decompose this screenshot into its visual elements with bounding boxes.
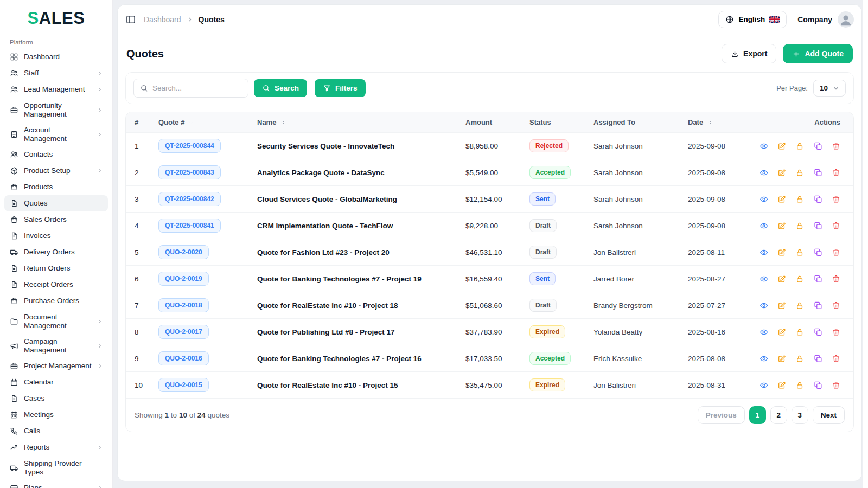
sidebar-toggle-icon[interactable] [125, 14, 136, 25]
quote-number-badge[interactable]: QUO-2-0020 [158, 245, 209, 259]
sidebar-item-product-setup[interactable]: Product Setup [4, 163, 108, 179]
edit-action-icon[interactable] [777, 248, 786, 257]
lock-action-icon[interactable] [795, 354, 804, 363]
scrollbar-track[interactable] [863, 0, 868, 488]
view-action-icon[interactable] [760, 221, 768, 230]
delete-action-icon[interactable] [832, 328, 840, 337]
export-button[interactable]: Export [722, 44, 776, 63]
copy-action-icon[interactable] [814, 195, 822, 204]
quote-number-badge[interactable]: QT-2025-000841 [158, 219, 221, 233]
previous-page-button[interactable]: Previous [698, 406, 745, 424]
sidebar-item-receipt-orders[interactable]: Receipt Orders [4, 277, 108, 293]
copy-action-icon[interactable] [814, 381, 822, 390]
app-logo[interactable]: SALES [0, 0, 112, 31]
sidebar-item-dashboard[interactable]: Dashboard [4, 49, 108, 65]
copy-action-icon[interactable] [814, 168, 822, 177]
view-action-icon[interactable] [760, 195, 768, 204]
view-action-icon[interactable] [760, 354, 768, 363]
language-button[interactable]: English [718, 11, 787, 28]
quote-number-badge[interactable]: QUO-2-0016 [158, 351, 209, 365]
delete-action-icon[interactable] [832, 195, 840, 204]
quote-number-badge[interactable]: QT-2025-000843 [158, 165, 221, 179]
copy-action-icon[interactable] [814, 354, 822, 363]
search-button[interactable]: Search [254, 79, 307, 97]
sidebar-item-campaign-management[interactable]: Campaign Management [4, 333, 108, 358]
avatar[interactable] [838, 11, 854, 28]
sidebar-item-account-management[interactable]: Account Management [4, 122, 108, 146]
filters-button[interactable]: Filters [315, 79, 366, 97]
breadcrumb-root[interactable]: Dashboard [144, 15, 181, 24]
lock-action-icon[interactable] [795, 301, 804, 310]
copy-action-icon[interactable] [814, 301, 822, 310]
delete-action-icon[interactable] [832, 168, 840, 177]
column-header-quote-[interactable]: Quote # [151, 112, 250, 132]
delete-action-icon[interactable] [832, 142, 840, 151]
quote-number-badge[interactable]: QUO-2-0019 [158, 272, 209, 286]
view-action-icon[interactable] [760, 301, 768, 310]
lock-action-icon[interactable] [795, 221, 804, 230]
copy-action-icon[interactable] [814, 248, 822, 257]
sidebar-item-sales-orders[interactable]: Sales Orders [4, 211, 108, 228]
sidebar-item-calls[interactable]: Calls [4, 423, 108, 439]
column-header-date[interactable]: Date [680, 112, 752, 132]
sidebar-item-purchase-orders[interactable]: Purchase Orders [4, 293, 108, 309]
sidebar-item-delivery-orders[interactable]: Delivery Orders [4, 244, 108, 260]
view-action-icon[interactable] [760, 168, 768, 177]
quote-number-badge[interactable]: QT-2025-000844 [158, 139, 221, 153]
column-header-name[interactable]: Name [250, 112, 458, 132]
page-button-3[interactable]: 3 [792, 406, 808, 424]
quote-number-badge[interactable]: QUO-2-0017 [158, 325, 209, 339]
sidebar-item-quotes[interactable]: Quotes [4, 195, 108, 211]
sidebar-item-plans[interactable]: Plans [4, 480, 108, 488]
lock-action-icon[interactable] [795, 328, 804, 337]
sort-icon[interactable] [706, 119, 713, 126]
view-action-icon[interactable] [760, 381, 768, 390]
sidebar-item-opportunity-management[interactable]: Opportunity Management [4, 98, 108, 122]
page-button-2[interactable]: 2 [770, 406, 787, 424]
copy-action-icon[interactable] [814, 328, 822, 337]
page-button-1[interactable]: 1 [749, 406, 766, 424]
delete-action-icon[interactable] [832, 381, 840, 390]
lock-action-icon[interactable] [795, 274, 804, 284]
lock-action-icon[interactable] [795, 195, 804, 204]
sidebar-item-lead-management[interactable]: Lead Management [4, 81, 108, 98]
copy-action-icon[interactable] [814, 142, 822, 151]
sidebar-item-products[interactable]: Products [4, 179, 108, 195]
sidebar-item-calendar[interactable]: Calendar [4, 374, 108, 390]
delete-action-icon[interactable] [832, 354, 840, 363]
delete-action-icon[interactable] [832, 301, 840, 310]
delete-action-icon[interactable] [832, 221, 840, 230]
edit-action-icon[interactable] [777, 195, 786, 204]
sidebar-item-contacts[interactable]: Contacts [4, 146, 108, 163]
sidebar-item-cases[interactable]: Cases [4, 390, 108, 407]
sidebar-item-document-management[interactable]: Document Management [4, 309, 108, 333]
quote-number-badge[interactable]: QT-2025-000842 [158, 192, 221, 206]
copy-action-icon[interactable] [814, 221, 822, 230]
lock-action-icon[interactable] [795, 248, 804, 257]
per-page-select[interactable]: 10 [813, 80, 846, 97]
delete-action-icon[interactable] [832, 248, 840, 257]
search-input[interactable] [152, 84, 242, 92]
next-page-button[interactable]: Next [813, 406, 845, 424]
delete-action-icon[interactable] [832, 274, 840, 284]
edit-action-icon[interactable] [777, 301, 786, 310]
sidebar-item-return-orders[interactable]: Return Orders [4, 260, 108, 277]
edit-action-icon[interactable] [777, 274, 786, 284]
view-action-icon[interactable] [760, 248, 768, 257]
sort-icon[interactable] [279, 119, 286, 126]
edit-action-icon[interactable] [777, 354, 786, 363]
sidebar-item-project-management[interactable]: Project Management [4, 358, 108, 374]
sidebar-item-reports[interactable]: Reports [4, 439, 108, 455]
quote-number-badge[interactable]: QUO-2-0018 [158, 298, 209, 312]
edit-action-icon[interactable] [777, 142, 786, 151]
view-action-icon[interactable] [760, 142, 768, 151]
edit-action-icon[interactable] [777, 328, 786, 337]
quote-number-badge[interactable]: QUO-2-0015 [158, 378, 209, 392]
sidebar-item-meetings[interactable]: Meetings [4, 407, 108, 423]
lock-action-icon[interactable] [795, 142, 804, 151]
sidebar-item-shipping-provider-types[interactable]: Shipping Provider Types [4, 455, 108, 480]
view-action-icon[interactable] [760, 328, 768, 337]
add-quote-button[interactable]: Add Quote [783, 44, 853, 63]
edit-action-icon[interactable] [777, 168, 786, 177]
edit-action-icon[interactable] [777, 381, 786, 390]
